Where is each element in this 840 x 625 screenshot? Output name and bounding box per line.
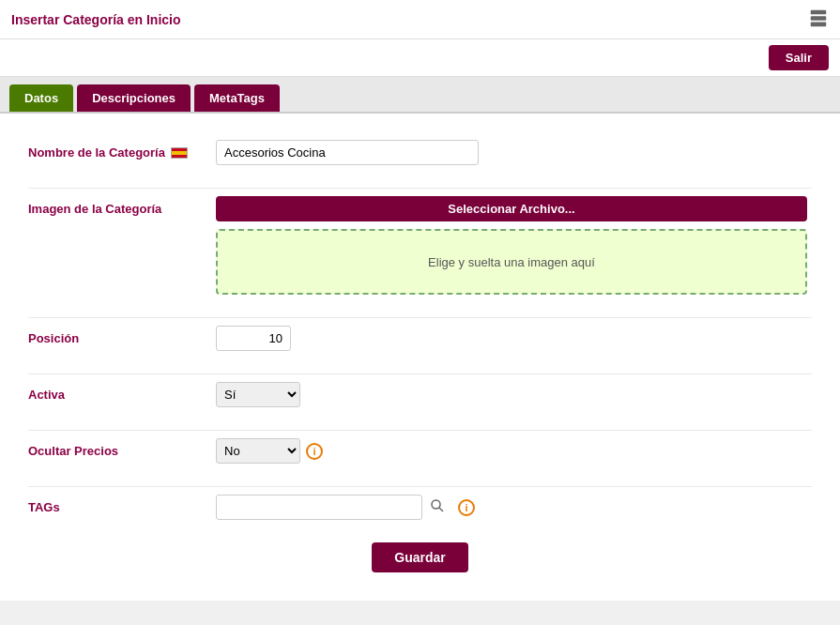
tab-datos[interactable]: Datos	[9, 84, 73, 112]
menu-icon	[808, 8, 829, 31]
tags-info-icon[interactable]: i	[458, 499, 475, 516]
spain-flag-icon	[171, 147, 188, 159]
tags-label: TAGs	[28, 495, 216, 514]
activa-label: Activa	[28, 382, 216, 402]
tab-metatags[interactable]: MetaTags	[194, 84, 280, 112]
drop-zone[interactable]: Elige y suelta una imagen aquí	[216, 229, 807, 295]
activa-select[interactable]: Sí No	[216, 382, 300, 407]
action-bar: Salir	[0, 39, 840, 77]
svg-point-3	[432, 500, 440, 509]
imagen-row: Imagen de la Categoría Seleccionar Archi…	[28, 189, 812, 295]
ocultar-precios-label: Ocultar Precios	[28, 438, 216, 458]
nombre-label: Nombre de la Categoría	[28, 140, 216, 160]
form-area: Nombre de la Categoría Imagen de la Cate…	[0, 114, 840, 601]
ocultar-precios-controls: No Sí i	[216, 438, 323, 464]
image-upload-col: Seleccionar Archivo... Elige y suelta un…	[216, 196, 807, 295]
activa-row: Activa Sí No	[28, 374, 812, 407]
posicion-row: Posición	[28, 318, 812, 351]
select-file-button[interactable]: Seleccionar Archivo...	[216, 196, 807, 221]
svg-rect-2	[811, 23, 827, 27]
ocultar-precios-info-icon[interactable]: i	[306, 443, 323, 460]
salir-button[interactable]: Salir	[769, 45, 829, 70]
tags-input[interactable]	[216, 495, 422, 520]
ocultar-precios-select[interactable]: No Sí	[216, 438, 300, 464]
posicion-input[interactable]	[216, 326, 291, 351]
svg-line-4	[439, 508, 443, 511]
tags-search-button[interactable]	[426, 496, 449, 518]
nombre-input[interactable]	[216, 140, 479, 165]
svg-rect-0	[811, 10, 827, 15]
guardar-button[interactable]: Guardar	[372, 542, 467, 572]
svg-rect-1	[811, 16, 827, 21]
tab-descripciones[interactable]: Descripciones	[77, 84, 191, 112]
ocultar-precios-row: Ocultar Precios No Sí i	[28, 431, 812, 464]
top-bar: Insertar Categoría en Inicio	[0, 0, 840, 39]
tags-controls: i	[216, 495, 475, 520]
nombre-row: Nombre de la Categoría	[28, 132, 812, 165]
page-title: Insertar Categoría en Inicio	[11, 12, 181, 27]
tabs-bar: Datos Descripciones MetaTags	[0, 77, 840, 114]
imagen-label: Imagen de la Categoría	[28, 196, 216, 216]
posicion-label: Posición	[28, 326, 216, 345]
tags-row: TAGs i	[28, 487, 812, 520]
